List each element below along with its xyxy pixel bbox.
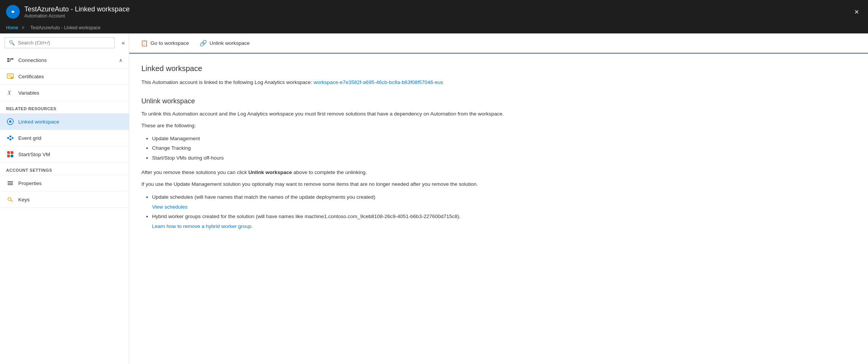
svg-point-26 [8,198,11,201]
connections-icon [6,56,14,64]
svg-rect-24 [8,183,13,184]
sidebar-item-certificates[interactable]: Certificates [0,68,129,85]
svg-rect-19 [7,151,10,154]
go-to-workspace-button[interactable]: 📋 Go to workspace [137,37,193,49]
app-icon [6,5,20,19]
list-item: Start/Stop VMs during off-hours [152,153,856,163]
after-remove-text: After you remove these solutions you can… [141,168,856,177]
content-heading2: Unlink workspace [141,97,856,105]
list-item: Update Management [152,134,856,144]
svg-rect-21 [7,155,10,157]
svg-rect-2 [7,58,9,60]
main-layout: 🔍 « Connections ∧ Certificates X Vari [0,33,868,364]
title-bar: TestAzureAuto - Linked workspace Automat… [0,0,868,24]
breadcrumb: Home > TestAzureAuto - Linked workspace [0,24,868,33]
go-to-workspace-icon: 📋 [141,40,148,47]
list-item: Hybrid worker groups created for the sol… [152,212,856,231]
properties-icon [6,179,14,187]
linked-workspace-icon [6,117,14,126]
sidebar-item-linked-workspace-label: Linked workspace [18,119,59,125]
keys-icon [6,195,14,204]
svg-rect-18 [12,137,13,139]
connections-collapse-icon: ∧ [119,57,123,63]
content-heading1: Linked workspace [141,64,856,73]
sidebar-item-variables-label: Variables [18,90,39,96]
breadcrumb-current: TestAzureAuto - Linked workspace [30,25,101,30]
svg-point-14 [9,120,11,123]
learn-hybrid-worker-link[interactable]: Learn how to remove a hybrid worker grou… [152,223,253,229]
start-stop-vm-icon [6,150,14,158]
svg-rect-4 [7,60,9,62]
svg-rect-3 [11,58,13,60]
content-scroll: Linked workspace This Automation account… [129,54,868,364]
list-item: Change Tracking [152,143,856,153]
related-resources-header: RELATED RESOURCES [0,101,129,114]
sidebar-item-keys[interactable]: Keys [0,191,129,208]
svg-rect-17 [10,139,11,140]
page-title: TestAzureAuto - Linked workspace [24,5,851,13]
svg-rect-22 [11,155,13,157]
search-icon: 🔍 [9,40,15,46]
sidebar-item-linked-workspace[interactable]: Linked workspace [0,114,129,130]
solutions-list: Update Management Change Tracking Start/… [152,134,856,163]
svg-rect-15 [7,137,9,139]
collapse-button[interactable]: « [119,37,127,49]
unlink-workspace-button[interactable]: 🔗 Unlink workspace [196,37,253,49]
event-grid-icon [6,134,14,142]
svg-rect-25 [8,184,13,185]
svg-rect-16 [10,136,11,137]
unlink-description: To unlink this Automation account and th… [141,110,856,118]
sidebar-item-start-stop-vm-label: Start/Stop VM [18,152,50,157]
sidebar: 🔍 « Connections ∧ Certificates X Vari [0,33,129,364]
sidebar-item-properties[interactable]: Properties [0,175,129,191]
sidebar-item-event-grid-label: Event grid [18,135,41,141]
breadcrumb-home[interactable]: Home [6,25,18,30]
toolbar: 📋 Go to workspace 🔗 Unlink workspace [129,33,868,54]
update-mgmt-note: If you use the Update Management solutio… [141,180,856,188]
svg-point-1 [12,11,14,13]
variables-icon: X [6,89,14,97]
content-area: 📋 Go to workspace 🔗 Unlink workspace Lin… [129,33,868,364]
account-settings-header: ACCOUNT SETTINGS [0,163,129,175]
sidebar-item-properties-label: Properties [18,180,42,186]
content-intro: This Automation account is linked to the… [141,78,856,87]
sidebar-item-start-stop-vm[interactable]: Start/Stop VM [0,146,129,163]
these-are-following: These are the following: [141,122,856,130]
svg-rect-20 [11,151,13,154]
breadcrumb-separator: > [22,25,24,30]
view-schedules-link[interactable]: View schedules [152,204,188,210]
page-subtitle: Automation Account [24,13,851,19]
sidebar-item-keys-label: Keys [18,197,30,203]
go-to-workspace-label: Go to workspace [150,40,189,46]
certificates-icon [6,72,14,81]
sidebar-item-event-grid[interactable]: Event grid [0,130,129,146]
sidebar-item-connections[interactable]: Connections ∧ [0,52,129,68]
sidebar-item-connections-label: Connections [18,57,47,63]
svg-rect-23 [8,181,13,182]
close-button[interactable]: × [851,5,862,19]
list-item: Update schedules (will have names that m… [152,192,856,212]
sidebar-item-certificates-label: Certificates [18,74,44,79]
unlink-workspace-icon: 🔗 [200,40,207,47]
search-box[interactable]: 🔍 [5,37,115,48]
unlink-workspace-label: Unlink workspace [209,40,250,46]
workspace-link[interactable]: workspace-e7e3582f-a695-46cb-bc8a-b63f08… [314,79,443,85]
unlink-workspace-bold: Unlink workspace [248,169,292,175]
search-input[interactable] [18,40,111,46]
svg-point-11 [11,77,13,79]
sidebar-item-variables[interactable]: X Variables [0,85,129,101]
svg-text:X: X [7,90,11,96]
bullets2-list: Update schedules (will have names that m… [152,192,856,231]
